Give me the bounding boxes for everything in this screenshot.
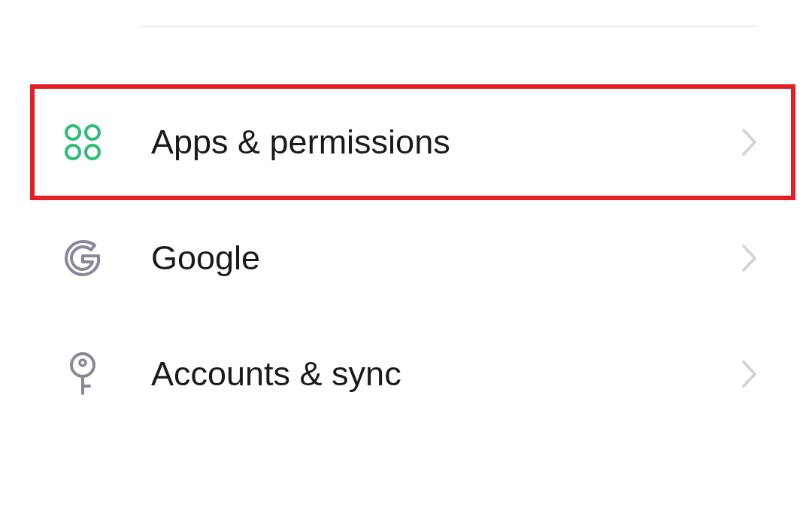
key-icon <box>62 354 103 395</box>
chevron-right-icon <box>741 360 758 388</box>
accounts-sync-label: Accounts & sync <box>151 354 741 394</box>
apps-grid-icon <box>62 122 103 163</box>
svg-rect-1 <box>86 126 99 139</box>
divider <box>139 26 758 27</box>
settings-item-accounts-sync[interactable]: Accounts & sync <box>0 316 812 432</box>
apps-permissions-label: Apps & permissions <box>151 123 741 162</box>
chevron-right-icon <box>741 128 758 157</box>
svg-rect-0 <box>66 126 80 139</box>
svg-point-5 <box>80 360 86 366</box>
settings-item-google[interactable]: Google <box>0 200 812 316</box>
google-label: Google <box>151 239 741 278</box>
settings-item-apps-permissions[interactable]: Apps & permissions <box>0 84 812 200</box>
chevron-right-icon <box>741 244 758 272</box>
google-icon <box>62 238 103 279</box>
settings-list: Apps & permissions Google <box>0 84 812 432</box>
svg-rect-2 <box>66 145 80 159</box>
svg-rect-3 <box>86 145 99 159</box>
